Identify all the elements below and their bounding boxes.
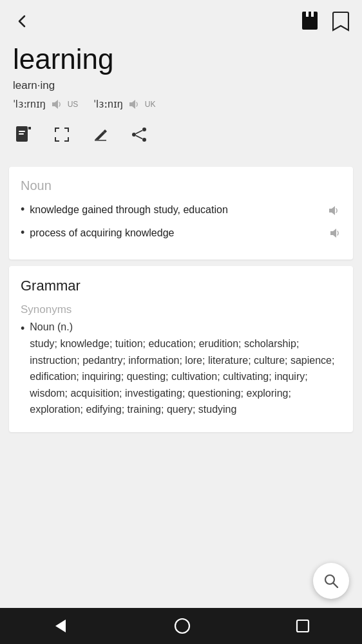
- svg-line-12: [136, 130, 142, 133]
- phonetic-us-text: ˈlɜːrnɪŋ: [13, 98, 46, 110]
- svg-point-11: [132, 133, 136, 137]
- edit-icon[interactable]: [90, 124, 111, 145]
- synonym-item-1: • Noun (n.) study; knowledge; tuition; e…: [21, 321, 341, 418]
- word-section: learning learn·ing ˈlɜːrnɪŋ US ˈlɜːnɪŋ: [0, 37, 362, 160]
- bullet-2: •: [21, 226, 24, 240]
- definition-item-1: • knowledge gained through study, educat…: [21, 202, 341, 218]
- svg-rect-2: [311, 12, 314, 17]
- word-syllable: learn·ing: [13, 79, 349, 92]
- noun-label: Noun: [21, 178, 341, 193]
- synonym-words: study; knowledge; tuition; education; er…: [30, 336, 341, 418]
- svg-point-17: [175, 619, 189, 633]
- svg-line-13: [136, 135, 142, 138]
- phonetic-us-group: ˈlɜːrnɪŋ US: [13, 97, 78, 111]
- bookmark-filled-icon[interactable]: [300, 10, 319, 32]
- share-icon[interactable]: [129, 124, 149, 145]
- bookmark-icon[interactable]: [332, 11, 349, 32]
- phonetic-uk-group: ˈlɜːnɪŋ UK: [93, 97, 155, 111]
- word-title: learning: [13, 43, 349, 77]
- svg-point-9: [142, 128, 146, 131]
- phonetic-uk-label: UK: [145, 100, 156, 109]
- nav-recents-button[interactable]: [295, 618, 310, 634]
- svg-point-10: [142, 138, 146, 142]
- definition-text-1: knowledge gained through study, educatio…: [30, 202, 322, 217]
- noun-card: Noun • knowledge gained through study, e…: [9, 167, 353, 260]
- grammar-title: Grammar: [21, 278, 341, 294]
- phonetic-us-label: US: [68, 100, 79, 109]
- def-speaker-1[interactable]: [327, 204, 341, 218]
- svg-rect-5: [19, 131, 25, 132]
- nav-back-button[interactable]: [52, 617, 70, 635]
- grammar-card: Grammar Synonyms • Noun (n.) study; know…: [9, 266, 353, 432]
- svg-rect-18: [297, 620, 309, 632]
- speaker-us-icon[interactable]: [50, 97, 64, 111]
- synonym-noun-label: Noun (n.): [30, 321, 341, 333]
- svg-marker-16: [55, 620, 66, 632]
- fab-search-button[interactable]: [313, 563, 349, 599]
- svg-line-15: [334, 583, 338, 588]
- synonyms-label: Synonyms: [21, 303, 341, 316]
- top-bar-icons: [300, 10, 349, 32]
- back-button[interactable]: [13, 12, 31, 30]
- nav-home-button[interactable]: [173, 617, 191, 635]
- synonym-content: Noun (n.) study; knowledge; tuition; edu…: [30, 321, 341, 418]
- svg-rect-7: [28, 127, 31, 129]
- svg-rect-6: [19, 133, 24, 135]
- definition-item-2: • process of acquiring knowledge: [21, 225, 341, 240]
- svg-rect-1: [306, 12, 309, 17]
- fullscreen-icon[interactable]: [52, 124, 72, 145]
- speaker-uk-icon[interactable]: [127, 97, 141, 111]
- synonym-bullet: •: [21, 322, 24, 418]
- document-icon[interactable]: [13, 124, 33, 145]
- bottom-nav: [0, 608, 362, 644]
- actions-row: [13, 122, 349, 150]
- bullet-1: •: [21, 203, 24, 216]
- phonetics-row: ˈlɜːrnɪŋ US ˈlɜːnɪŋ UK: [13, 97, 349, 111]
- phonetic-uk-text: ˈlɜːnɪŋ: [93, 98, 122, 110]
- definition-text-2: process of acquiring knowledge: [30, 225, 323, 240]
- def-speaker-2[interactable]: [329, 227, 341, 240]
- top-bar: [0, 0, 362, 37]
- svg-rect-0: [302, 12, 318, 30]
